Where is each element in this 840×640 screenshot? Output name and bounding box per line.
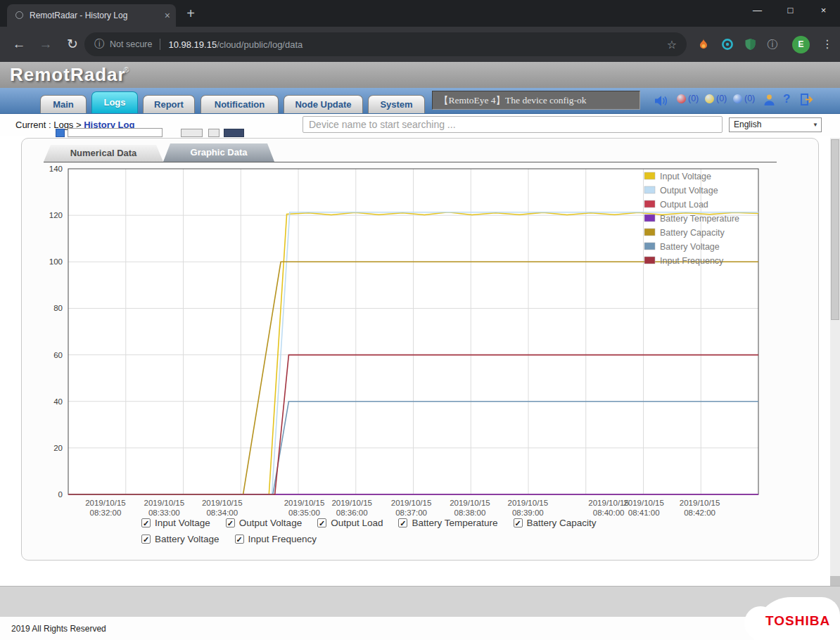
back-icon[interactable]: ← xyxy=(8,34,30,55)
nav-tab-notification[interactable]: Notification xyxy=(201,95,279,113)
warning-counter-label[interactable]: (0) xyxy=(716,94,727,103)
nav-tab-logs[interactable]: Logs xyxy=(91,91,138,113)
svg-text:2019/10/15: 2019/10/15 xyxy=(680,499,720,507)
filter-output-load[interactable]: ✓ Output Load xyxy=(317,518,383,528)
svg-text:2019/10/15: 2019/10/15 xyxy=(623,499,664,507)
clipped-button-fragment-3 xyxy=(224,129,244,137)
language-select[interactable]: English ▼ xyxy=(729,117,822,132)
favicon-icon xyxy=(15,11,23,19)
nav-tab-system[interactable]: System xyxy=(368,95,425,113)
svg-text:08:42:00: 08:42:00 xyxy=(684,508,715,517)
user-icon[interactable] xyxy=(763,94,775,109)
logout-icon[interactable] xyxy=(801,94,814,108)
new-tab-button[interactable]: + xyxy=(182,3,200,24)
address-bar[interactable]: ⓘ Not secure 10.98.19.15 /cloud/public/l… xyxy=(84,32,687,56)
omnibox-divider xyxy=(160,39,160,50)
filter-label: Battery Temperature xyxy=(412,518,497,528)
checkbox[interactable]: ✓ xyxy=(141,535,151,544)
filter-label: Input Frequency xyxy=(248,534,317,544)
filter-input-voltage[interactable]: ✓ Input Voltage xyxy=(141,518,210,528)
tab-numerical-data[interactable]: Numerical Data xyxy=(44,145,163,162)
checkbox[interactable]: ✓ xyxy=(235,535,244,544)
vertical-scrollbar-thumb[interactable] xyxy=(831,139,839,320)
series-filter-row-2: ✓ Battery Voltage ✓ Input Frequency xyxy=(141,534,317,544)
filter-battery-temperature[interactable]: ✓ Battery Temperature xyxy=(398,518,497,528)
svg-text:Output Load: Output Load xyxy=(660,200,708,210)
svg-text:2019/10/15: 2019/10/15 xyxy=(202,499,243,507)
warning-counter-ball[interactable] xyxy=(705,94,714,103)
svg-text:2019/10/15: 2019/10/15 xyxy=(508,499,549,507)
reload-icon[interactable]: ↻ xyxy=(62,34,83,55)
url-host: 10.98.19.15 xyxy=(168,39,217,50)
filter-input-frequency[interactable]: ✓ Input Frequency xyxy=(235,534,317,544)
svg-text:08:36:00: 08:36:00 xyxy=(336,508,368,517)
help-icon[interactable]: ? xyxy=(783,92,790,106)
nav-tab-node-update[interactable]: Node Update xyxy=(284,95,363,113)
filter-battery-capacity[interactable]: ✓ Battery Capacity xyxy=(514,518,597,528)
svg-text:2019/10/15: 2019/10/15 xyxy=(331,499,372,507)
screen: RemotRadar - History Log × + — □ × ← → ↻… xyxy=(0,0,840,640)
svg-text:Input Voltage: Input Voltage xyxy=(660,172,711,181)
svg-text:08:34:00: 08:34:00 xyxy=(206,508,238,517)
svg-text:40: 40 xyxy=(53,397,63,406)
security-label: Not secure xyxy=(110,39,152,49)
filter-battery-voltage[interactable]: ✓ Battery Voltage xyxy=(141,534,219,544)
info-counter-ball[interactable] xyxy=(733,94,742,103)
maximize-button[interactable]: □ xyxy=(774,0,807,23)
svg-text:08:39:00: 08:39:00 xyxy=(512,508,544,517)
minimize-button[interactable]: — xyxy=(741,0,774,23)
main-navigation: Main Logs Report Notification Node Updat… xyxy=(0,88,840,114)
profile-avatar[interactable]: E xyxy=(792,36,810,53)
app-header: RemotRadar ® xyxy=(0,62,840,88)
history-chart: 0204060801001201402019/10/1508:32:002019… xyxy=(42,164,777,519)
series-filter-row-1: ✓ Input Voltage ✓ Output Voltage ✓ Outpu… xyxy=(141,518,597,528)
info-extension-icon[interactable]: ⓘ xyxy=(764,36,781,53)
toshiba-logo: TOSHIBA xyxy=(765,613,830,629)
shield-extension-icon[interactable] xyxy=(742,36,758,53)
svg-text:0: 0 xyxy=(58,490,63,499)
svg-text:2019/10/15: 2019/10/15 xyxy=(588,499,629,507)
svg-text:08:35:00: 08:35:00 xyxy=(288,508,320,517)
app-logo-registered-mark: ® xyxy=(124,66,129,74)
svg-text:2019/10/15: 2019/10/15 xyxy=(144,499,185,507)
filter-label: Battery Voltage xyxy=(155,534,219,544)
flame-extension-icon[interactable] xyxy=(695,36,712,53)
svg-text:120: 120 xyxy=(49,211,63,219)
url-path: /cloud/public/log/data xyxy=(217,39,303,50)
svg-text:08:41:00: 08:41:00 xyxy=(628,508,660,517)
svg-text:2019/10/15: 2019/10/15 xyxy=(284,499,325,507)
close-window-button[interactable]: × xyxy=(807,0,840,23)
checkbox[interactable]: ✓ xyxy=(226,518,235,527)
browser-menu-icon[interactable]: ⋮ xyxy=(819,34,836,55)
forward-icon[interactable]: → xyxy=(35,34,56,55)
svg-text:Input Frequency: Input Frequency xyxy=(660,256,724,266)
svg-text:Battery Temperature: Battery Temperature xyxy=(660,214,739,224)
svg-text:Battery Voltage: Battery Voltage xyxy=(660,242,720,252)
critical-counter-ball[interactable] xyxy=(677,94,686,103)
checkbox[interactable]: ✓ xyxy=(317,518,326,527)
swirl-extension-icon[interactable] xyxy=(719,36,736,53)
checkbox[interactable]: ✓ xyxy=(398,518,407,527)
nav-tab-report[interactable]: Report xyxy=(143,95,195,113)
browser-tab[interactable]: RemotRadar - History Log × xyxy=(7,4,176,27)
svg-text:08:32:00: 08:32:00 xyxy=(90,508,122,517)
chevron-down-icon: ▼ xyxy=(813,118,818,132)
tab-graphic-data[interactable]: Graphic Data xyxy=(163,143,274,162)
tab-close-icon[interactable]: × xyxy=(165,4,170,27)
filter-label: Input Voltage xyxy=(155,518,210,528)
device-search-input[interactable] xyxy=(303,116,723,133)
browser-titlebar: RemotRadar - History Log × + — □ × xyxy=(0,0,840,27)
sound-icon[interactable] xyxy=(654,95,668,110)
app-logo: RemotRadar xyxy=(10,64,126,86)
checkbox[interactable]: ✓ xyxy=(141,518,151,527)
nav-tab-main[interactable]: Main xyxy=(40,95,87,113)
page-info-icon[interactable]: ⓘ xyxy=(94,38,104,51)
critical-counter-label[interactable]: (0) xyxy=(688,94,699,103)
clipped-input-fragment xyxy=(68,128,163,137)
checkbox[interactable]: ✓ xyxy=(514,518,523,527)
filter-output-voltage[interactable]: ✓ Output Voltage xyxy=(226,518,302,528)
svg-text:2019/10/15: 2019/10/15 xyxy=(391,499,432,507)
page-bottom-band xyxy=(0,586,840,617)
info-counter-label[interactable]: (0) xyxy=(744,94,755,103)
bookmark-star-icon[interactable]: ☆ xyxy=(667,38,677,51)
